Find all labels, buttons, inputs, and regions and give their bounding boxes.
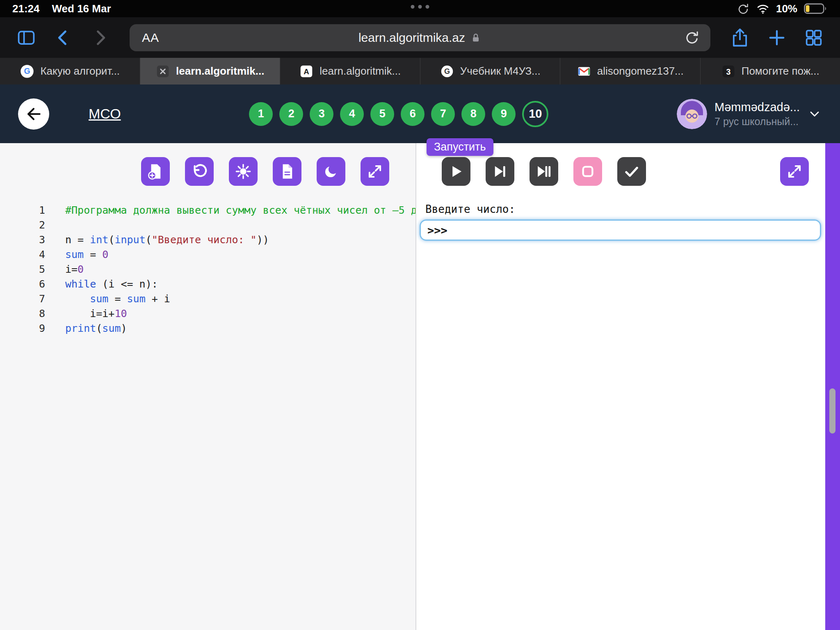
line-number: 5 (0, 262, 65, 277)
reload-icon (683, 29, 701, 46)
workspace: 1#Программа должна вывести сумму всех чё… (0, 143, 840, 630)
new-tab-button[interactable] (766, 27, 788, 48)
run-button[interactable] (442, 157, 470, 186)
code-text[interactable]: i=i+10 (65, 306, 127, 321)
code-text[interactable]: print(sum) (65, 321, 127, 336)
step-circle-4[interactable]: 4 (340, 102, 364, 126)
code-text[interactable] (65, 218, 71, 233)
battery-icon (804, 3, 828, 14)
reload-button[interactable] (683, 29, 701, 46)
tab-title: Помогите пож... (742, 65, 819, 78)
dark-mode-button[interactable] (317, 157, 345, 186)
step-circle-9[interactable]: 9 (492, 102, 516, 126)
browser-tab[interactable]: alisongomez137... (560, 58, 701, 84)
browser-tab[interactable]: learn.algoritmik... (140, 58, 281, 84)
console-input[interactable]: >>> (420, 219, 821, 241)
step-circle-10[interactable]: 10 (522, 101, 548, 127)
browser-tab[interactable]: GУчебник М4УЗ... (420, 58, 561, 84)
code-line: 3n = int(input("Введите число: ")) (0, 233, 415, 247)
step-circle-3[interactable]: 3 (310, 102, 333, 126)
sidebar-button[interactable] (16, 27, 37, 48)
code-area[interactable]: 1#Программа должна вывести сумму всех чё… (0, 198, 415, 336)
code-line: 9print(sum) (0, 321, 415, 336)
console-fullscreen-button[interactable] (780, 157, 809, 186)
code-text[interactable]: n = int(input("Введите число: ")) (65, 233, 269, 247)
line-number: 7 (0, 292, 65, 306)
code-line: 2 (0, 218, 415, 233)
code-editor-panel: 1#Программа должна вывести сумму всех чё… (0, 143, 416, 630)
run-to-end-button[interactable] (530, 157, 558, 186)
console-output: Введите число: (416, 198, 825, 215)
line-number: 4 (0, 247, 65, 262)
tabs-overview-button[interactable] (803, 27, 824, 48)
tab-bar: GКакую алгорит...learn.algoritmik...Alea… (0, 58, 840, 84)
code-line: 7 sum = sum + i (0, 292, 415, 306)
chevron-left-icon (52, 27, 74, 48)
page-scrollbar[interactable] (825, 143, 840, 630)
app-header: МСО 12345678910 Məmmədzadə... 7 рус школ… (0, 84, 840, 143)
step-circle-5[interactable]: 5 (370, 102, 394, 126)
code-line: 6while (i <= n): (0, 277, 415, 292)
user-name: Məmmədzadə... (714, 100, 800, 114)
exit-button[interactable] (18, 98, 49, 130)
course-link[interactable]: МСО (89, 106, 121, 122)
code-text[interactable]: sum = 0 (65, 247, 108, 262)
line-number: 6 (0, 277, 65, 292)
browser-toolbar: AA learn.algoritmika.az (0, 17, 840, 58)
svg-text:G: G (24, 66, 30, 75)
share-icon (729, 27, 751, 48)
step-circle-7[interactable]: 7 (431, 102, 455, 126)
save-file-button[interactable] (273, 157, 301, 186)
debug-button[interactable] (229, 157, 258, 186)
step-circle-8[interactable]: 8 (461, 102, 485, 126)
user-menu[interactable]: Məmmədzadə... 7 рус школьный... (677, 99, 822, 129)
g-badge-icon: G (440, 64, 454, 79)
url-text: learn.algoritmika.az (358, 31, 465, 45)
step-button[interactable] (486, 157, 514, 186)
code-text[interactable]: i=0 (65, 262, 84, 277)
step-circle-6[interactable]: 6 (401, 102, 425, 126)
reader-options-button[interactable]: AA (142, 31, 159, 45)
scrollbar-thumb[interactable] (829, 388, 835, 434)
prompt-text: >>> (427, 224, 447, 237)
editor-fullscreen-button[interactable] (361, 157, 389, 186)
submit-button[interactable] (617, 157, 646, 186)
three-badge-icon: 3 (721, 64, 736, 79)
tab-title: Учебник М4УЗ... (460, 65, 541, 78)
reset-button[interactable] (185, 157, 214, 186)
status-date: Wed 16 Mar (52, 2, 111, 15)
browser-tab[interactable]: GКакую алгорит... (0, 58, 140, 84)
run-tooltip: Запустить (427, 138, 493, 156)
svg-text:A: A (304, 67, 309, 75)
screen: 21:24 Wed 16 Mar 10% (0, 0, 840, 630)
console-panel: Введите число: >>> (416, 143, 825, 630)
browser-tab[interactable]: 3Помогите пож... (701, 58, 840, 84)
stop-button[interactable] (573, 157, 602, 186)
line-number: 1 (0, 203, 65, 218)
plus-icon (766, 27, 788, 48)
line-number: 8 (0, 306, 65, 321)
step-circle-2[interactable]: 2 (279, 102, 303, 126)
lock-icon (470, 32, 482, 43)
share-button[interactable] (729, 27, 751, 48)
tab-title: Какую алгорит... (40, 65, 120, 78)
step-circle-1[interactable]: 1 (249, 102, 273, 126)
chevron-right-icon (89, 27, 111, 48)
code-text[interactable]: sum = sum + i (65, 292, 170, 306)
code-text[interactable]: while (i <= n): (65, 277, 158, 292)
battery-percent: 10% (776, 2, 797, 15)
code-line: 4sum = 0 (0, 247, 415, 262)
back-button[interactable] (52, 27, 74, 48)
code-text[interactable]: #Программа должна вывести сумму всех чёт… (65, 203, 415, 218)
tab-title: alisongomez137... (597, 65, 684, 78)
svg-text:3: 3 (726, 67, 730, 76)
address-bar[interactable]: AA learn.algoritmika.az (130, 24, 710, 51)
step-list: 12345678910 (249, 101, 548, 127)
forward-button[interactable] (89, 27, 111, 48)
avatar (677, 99, 707, 129)
tab-title: learn.algoritmik... (176, 65, 264, 78)
line-number: 2 (0, 218, 65, 233)
browser-tab[interactable]: Alearn.algoritmik... (280, 58, 420, 84)
new-file-button[interactable] (141, 157, 170, 186)
svg-text:G: G (444, 67, 450, 75)
